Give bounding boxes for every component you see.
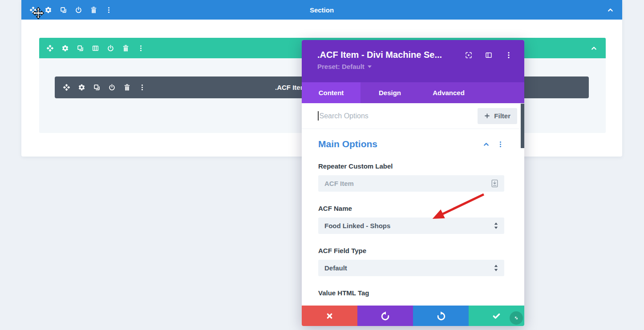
- redo-button[interactable]: [413, 306, 469, 326]
- repeater-custom-label-input[interactable]: [324, 180, 491, 187]
- select-arrows-icon: [494, 265, 498, 271]
- field-repeater-custom-label: Repeater Custom Label: [318, 162, 504, 192]
- more-options-icon[interactable]: [505, 51, 513, 59]
- settings-icon[interactable]: [78, 84, 85, 91]
- check-icon: [492, 311, 501, 321]
- main-options-header: Main Options: [318, 139, 504, 149]
- main-options-title[interactable]: Main Options: [318, 139, 476, 149]
- collapse-section-icon[interactable]: [607, 6, 614, 14]
- column-structure-icon[interactable]: [92, 44, 99, 52]
- redo-icon: [436, 311, 446, 321]
- duplicate-icon[interactable]: [93, 84, 101, 91]
- move-icon[interactable]: [46, 44, 54, 52]
- select-arrows-icon: [494, 222, 498, 229]
- filter-button-label: Filter: [494, 112, 510, 120]
- modal-header: .ACF Item - Divi Machine Se... Preset: D…: [302, 40, 524, 82]
- x-icon: [326, 312, 333, 320]
- modal-resize-handle[interactable]: [510, 311, 523, 325]
- section-toolbar-icons: [29, 6, 113, 14]
- more-options-icon[interactable]: [138, 84, 146, 91]
- collapse-row-icon[interactable]: [590, 44, 598, 52]
- field-value-html-tag: Value HTML Tag: [318, 289, 504, 297]
- undo-button[interactable]: [357, 306, 413, 326]
- search-options-input[interactable]: [320, 112, 478, 120]
- field-label: Value HTML Tag: [318, 289, 504, 297]
- duplicate-icon[interactable]: [60, 6, 67, 14]
- module-settings-modal: .ACF Item - Divi Machine Se... Preset: D…: [302, 40, 524, 326]
- section-toolbar[interactable]: Section: [21, 0, 622, 20]
- discard-button[interactable]: [302, 306, 357, 326]
- tab-advanced[interactable]: Advanced: [419, 82, 478, 103]
- module-toolbar-icons: [63, 84, 146, 91]
- acf-name-select[interactable]: Food Linked - Shops: [318, 217, 504, 234]
- modal-title: .ACF Item - Divi Machine Se...: [317, 50, 458, 60]
- options-search-row: Filter: [302, 103, 524, 129]
- delete-icon[interactable]: [123, 84, 131, 91]
- filter-button[interactable]: Filter: [478, 108, 517, 124]
- delete-icon[interactable]: [122, 44, 130, 52]
- acf-field-type-select[interactable]: Default: [318, 260, 504, 276]
- move-icon[interactable]: [29, 6, 37, 14]
- resize-diagonal-icon: [513, 314, 520, 322]
- disable-icon[interactable]: [107, 44, 114, 52]
- field-label: ACF Name: [318, 205, 504, 212]
- delete-icon[interactable]: [90, 6, 97, 14]
- move-icon[interactable]: [63, 84, 70, 91]
- selected-value: Food Linked - Shops: [324, 222, 494, 229]
- field-label: Repeater Custom Label: [318, 162, 504, 170]
- selected-value: Default: [324, 264, 494, 272]
- caret-down-icon: [368, 65, 372, 68]
- text-cursor: [318, 111, 319, 121]
- duplicate-icon[interactable]: [77, 44, 84, 52]
- modal-scrollbar-thumb[interactable]: [521, 104, 524, 148]
- disable-icon[interactable]: [75, 6, 82, 14]
- modal-body: Main Options Repeater Custom Label ACF N…: [302, 129, 524, 306]
- more-options-icon[interactable]: [105, 6, 113, 14]
- field-acf-name: ACF Name Food Linked - Shops: [318, 205, 504, 234]
- focus-module-icon[interactable]: [465, 51, 473, 59]
- more-options-icon[interactable]: [137, 44, 145, 52]
- tab-content[interactable]: Content: [302, 82, 360, 103]
- group-more-options-icon[interactable]: [497, 141, 504, 148]
- field-acf-field-type: ACF Field Type Default: [318, 247, 504, 276]
- preset-label: Preset: Default: [317, 63, 365, 70]
- field-label: ACF Field Type: [318, 247, 504, 254]
- settings-icon[interactable]: [45, 6, 52, 14]
- preset-dropdown[interactable]: Preset: Default: [317, 63, 372, 70]
- settings-icon[interactable]: [61, 44, 69, 52]
- undo-icon: [381, 311, 390, 321]
- plus-icon: [484, 113, 490, 119]
- row-toolbar-icons: [46, 44, 145, 52]
- modal-tabs: Content Design Advanced: [302, 82, 524, 103]
- panel-toggle-icon[interactable]: [485, 51, 493, 59]
- tab-design[interactable]: Design: [360, 82, 419, 103]
- dynamic-content-icon[interactable]: [491, 179, 498, 188]
- disable-icon[interactable]: [108, 84, 116, 91]
- collapse-group-icon[interactable]: [482, 141, 490, 148]
- modal-footer: [302, 306, 524, 326]
